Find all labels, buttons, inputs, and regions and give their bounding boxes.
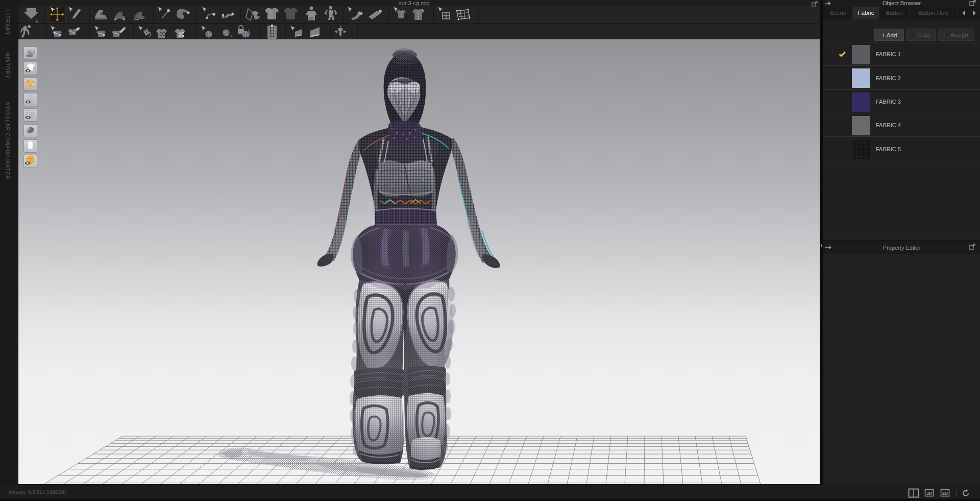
svg-text:3D: 3D <box>926 491 932 496</box>
svg-text:2D: 2D <box>942 491 948 496</box>
